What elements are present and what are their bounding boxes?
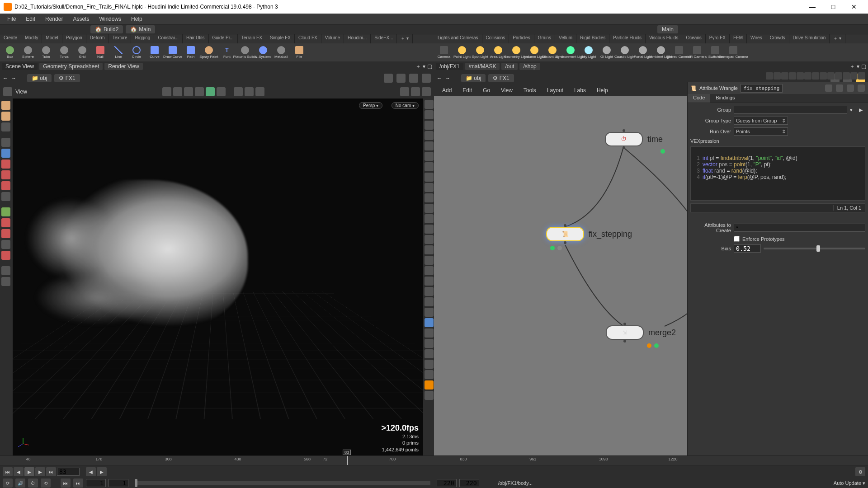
tool-path[interactable]: Path <box>182 44 200 61</box>
tool-box[interactable]: Box <box>1 44 19 61</box>
display-icon[interactable] <box>425 100 434 109</box>
range-endb-field[interactable] <box>459 479 479 487</box>
group-field[interactable] <box>734 106 847 114</box>
maximize-pane-icon[interactable]: ▢ <box>861 63 866 70</box>
playhead[interactable]: 83 <box>347 456 348 465</box>
shelftab[interactable]: Deform <box>86 34 109 43</box>
pin-main[interactable]: 🏠 Main <box>126 25 155 33</box>
shelftab[interactable]: Rigging <box>131 34 154 43</box>
net-search-icon[interactable] <box>850 72 858 80</box>
shelftab[interactable]: Hair Utils <box>183 34 209 43</box>
update-mode-dropdown[interactable]: Auto Update ▾ <box>834 480 865 486</box>
shelftab[interactable]: Guide Pr... <box>209 34 238 43</box>
display-icon[interactable] <box>425 360 434 369</box>
node-name-field[interactable]: fix_stepping <box>741 84 783 93</box>
shelftab[interactable]: Texture <box>109 34 132 43</box>
display-icon[interactable] <box>425 245 434 254</box>
shelftab[interactable]: Viscous Fluids <box>646 34 682 43</box>
net-toolbtn-icon[interactable] <box>804 72 811 80</box>
panetab-menu-icon[interactable]: ▾ <box>857 63 859 70</box>
tool-geolight[interactable]: Geometry Light <box>507 44 525 61</box>
red-tool-icon[interactable] <box>1 181 10 190</box>
display-icon[interactable] <box>425 370 434 379</box>
tool-icon[interactable] <box>1 266 10 275</box>
menu-help[interactable]: Help <box>127 15 147 23</box>
play-back-button[interactable]: ▶ <box>24 467 34 476</box>
display-icon[interactable] <box>425 266 434 275</box>
tool-icon[interactable] <box>1 277 10 286</box>
netmenu-add[interactable]: Add <box>438 86 456 94</box>
display-icon[interactable] <box>425 391 434 400</box>
tool-icon[interactable] <box>1 122 10 131</box>
prev-key-button[interactable]: ◀ <box>86 467 96 476</box>
tool-vrcam[interactable]: VR Camera <box>688 44 706 61</box>
display-icon[interactable] <box>425 235 434 244</box>
snap-icon[interactable] <box>234 87 243 96</box>
shelftab[interactable]: Model <box>42 34 62 43</box>
tab-bindings[interactable]: Bindings <box>710 94 740 103</box>
netmenu-go[interactable]: Go <box>478 86 495 94</box>
link3-icon[interactable] <box>422 74 431 83</box>
shelftab[interactable]: SideFX... <box>371 34 397 43</box>
minimize-button[interactable]: — <box>802 0 823 14</box>
red-tool-icon[interactable] <box>1 229 10 238</box>
current-frame-field[interactable] <box>57 468 80 476</box>
headphone-icon[interactable] <box>1 251 10 260</box>
tool-curve[interactable]: Curve <box>146 44 164 61</box>
bias-field[interactable] <box>734 244 761 253</box>
timeline-ruler[interactable]: 48 178 308 438 568 72 700 830 961 1090 1… <box>0 455 868 465</box>
tool-causticlight[interactable]: Caustic Light <box>616 44 634 61</box>
shelftab[interactable]: Simple FX <box>266 34 295 43</box>
select-tool-icon[interactable] <box>1 112 10 121</box>
green-tool-icon[interactable] <box>1 207 10 216</box>
net-toolbtn-icon[interactable] <box>843 72 850 80</box>
display-icon[interactable] <box>425 339 434 348</box>
attrcreate-field[interactable] <box>734 224 865 232</box>
tool-icon[interactable] <box>1 192 10 201</box>
panetab-renderview[interactable]: Render View <box>104 63 142 70</box>
display-icon[interactable] <box>425 256 434 265</box>
clock-icon[interactable]: ⏱ <box>28 479 38 488</box>
display-icon[interactable] <box>425 141 434 150</box>
sel-obj-icon[interactable] <box>162 87 171 96</box>
view-tool-icon[interactable] <box>1 101 10 110</box>
pin-icon[interactable] <box>384 74 393 83</box>
enforce-checkbox[interactable] <box>734 236 740 242</box>
red-tool-icon[interactable] <box>1 160 10 169</box>
menu-file[interactable]: File <box>3 15 20 23</box>
grouptype-dropdown[interactable]: Guess from Group⇕ <box>734 117 788 125</box>
tool-icon[interactable] <box>1 240 10 249</box>
net-toolbtn-icon[interactable] <box>766 72 773 80</box>
lock-icon[interactable] <box>1 149 10 158</box>
node-fix-stepping[interactable]: 📜 fix_stepping <box>546 227 584 241</box>
shelftab[interactable]: Pyro FX <box>706 34 730 43</box>
realtime-toggle[interactable]: ⟳ <box>3 479 13 488</box>
sel-group-icon[interactable] <box>217 87 226 96</box>
red-tool-icon[interactable] <box>1 170 10 179</box>
viewport[interactable]: Persp ▾ No cam ▾ >120.0fps 2.13ms 0 prim… <box>0 99 434 455</box>
tool-pointlight[interactable]: Point Light <box>453 44 471 61</box>
tab-code[interactable]: Code <box>688 94 710 103</box>
shelftab[interactable]: Rigid Bodies <box>576 34 609 43</box>
panetab-matmask[interactable]: /mat/MASK <box>465 63 500 70</box>
net-toolbtn-icon[interactable] <box>781 72 788 80</box>
shelftab[interactable]: Vellum <box>555 34 576 43</box>
persp-dropdown[interactable]: Persp ▾ <box>359 102 382 109</box>
vex-editor[interactable]: 1int pt = findattribval(1, "point", "id"… <box>690 146 865 201</box>
display-icon[interactable] <box>425 297 434 306</box>
netmenu-view[interactable]: View <box>496 86 517 94</box>
menu-render[interactable]: Render <box>41 15 67 23</box>
panetab-out[interactable]: /out <box>501 63 518 70</box>
panetab-shop[interactable]: /shop <box>519 63 540 70</box>
shelftab[interactable]: FEM <box>730 34 747 43</box>
nav-fwd-icon[interactable]: → <box>11 75 16 81</box>
tool-platonic[interactable]: Platonic Solids <box>236 44 254 61</box>
viewport-canvas[interactable]: Persp ▾ No cam ▾ >120.0fps 2.13ms 0 prim… <box>13 99 423 455</box>
net-help-icon[interactable] <box>858 72 865 80</box>
step-back-button[interactable]: ◀ <box>14 467 24 476</box>
shelftab[interactable]: Create <box>0 34 21 43</box>
net-toolbtn-icon[interactable] <box>812 72 819 80</box>
tool-envlight[interactable]: Environment Light <box>561 44 580 61</box>
menu-windows[interactable]: Windows <box>94 15 126 23</box>
pin-main-right[interactable]: Main <box>657 25 678 33</box>
